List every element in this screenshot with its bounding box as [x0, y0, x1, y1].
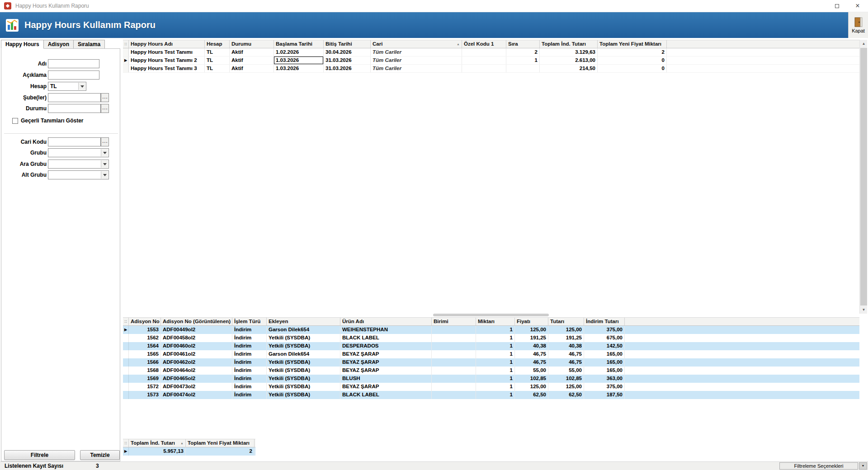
column-header-toplam-yeni-fiyat-miktari[interactable]: Toplam Yeni Fiyat Miktarı — [186, 439, 255, 447]
column-header-fiyati[interactable]: Fiyatı — [515, 318, 548, 325]
cell[interactable]: 2 — [506, 48, 540, 56]
cell[interactable]: İndirim — [232, 358, 267, 367]
cell[interactable]: BEYAZ ŞARAP — [340, 367, 432, 375]
cell[interactable]: 1 — [476, 383, 515, 391]
cell[interactable]: 125,00 — [548, 326, 584, 334]
cell[interactable]: Tüm Cariler — [371, 56, 462, 64]
cell[interactable]: ADF00474ol2 — [161, 391, 232, 399]
cell[interactable]: 1 — [476, 367, 515, 375]
cell[interactable] — [432, 391, 476, 399]
cell[interactable] — [462, 56, 506, 64]
cell[interactable]: ADF00461ol2 — [161, 350, 232, 358]
cell[interactable] — [462, 65, 506, 72]
cell[interactable]: 125,00 — [515, 326, 548, 334]
cell[interactable]: 102,85 — [548, 375, 584, 383]
cell[interactable]: Yetkili (SYSDBA) — [267, 375, 340, 383]
table-row[interactable]: 1573ADF00474ol2İndirimYetkili (SYSDBA)BL… — [123, 391, 859, 399]
column-header-sira[interactable]: Sıra — [506, 40, 540, 48]
cell[interactable]: BEYAZ ŞARAP — [340, 350, 432, 358]
cell[interactable] — [432, 334, 476, 342]
column-header-tutari[interactable]: Tutarı — [548, 318, 584, 325]
cell[interactable]: 214,50 — [540, 65, 598, 72]
cell[interactable]: BEYAZ ŞARAP — [340, 358, 432, 367]
cell[interactable]: 102,85 — [515, 375, 548, 383]
cell[interactable]: 1.02.2026 — [274, 48, 324, 56]
aciklama-input[interactable] — [48, 70, 99, 80]
table-row[interactable]: Happy Hours Test TanımıTLAktif1.02.20263… — [123, 48, 859, 56]
cell[interactable]: Happy Hours Test Tanımı — [129, 48, 205, 56]
cell[interactable]: 375,00 — [584, 326, 625, 334]
cell[interactable]: 30.04.2026 — [324, 48, 371, 56]
tab-adisyon[interactable]: Adisyon — [43, 40, 74, 49]
cell[interactable]: 1 — [476, 342, 515, 350]
cell[interactable]: 1562 — [129, 334, 161, 342]
gecerli-checkbox[interactable] — [12, 118, 18, 124]
cell[interactable]: 1.03.2026 — [274, 65, 324, 72]
cell[interactable]: ADF00460ol2 — [161, 342, 232, 350]
cell[interactable]: ADF00449ol2 — [161, 326, 232, 334]
cell[interactable]: 675,00 — [584, 334, 625, 342]
cell[interactable]: 31.03.2026 — [324, 56, 371, 64]
cell[interactable]: 165,00 — [584, 350, 625, 358]
cell[interactable]: 1.03.2026 — [274, 56, 324, 64]
adi-input[interactable] — [48, 59, 99, 68]
cell[interactable]: Tüm Cariler — [371, 48, 462, 56]
scroll-up-icon[interactable]: ▲ — [860, 40, 868, 47]
cell[interactable]: 46,75 — [515, 350, 548, 358]
cell[interactable]: 1 — [476, 358, 515, 367]
table-row[interactable]: ▶Happy Hours Test Tanımı 2TLAktif1.03.20… — [123, 56, 859, 65]
cell[interactable]: Yetkili (SYSDBA) — [267, 383, 340, 391]
cell[interactable] — [432, 375, 476, 383]
cell[interactable]: ADF00464ol2 — [161, 367, 232, 375]
cell[interactable]: İndirim — [232, 326, 267, 334]
cell[interactable]: 1564 — [129, 342, 161, 350]
cell[interactable]: 1 — [476, 375, 515, 383]
durumu-browse-button[interactable]: … — [101, 104, 109, 113]
cell[interactable]: TL — [205, 48, 230, 56]
cell[interactable]: 125,00 — [515, 383, 548, 391]
cell[interactable]: 187,50 — [584, 391, 625, 399]
cell[interactable]: 1 — [476, 334, 515, 342]
column-header-urun-adi[interactable]: Ürün Adı — [340, 318, 432, 325]
column-header-ekleyen[interactable]: Ekleyen — [267, 318, 340, 325]
column-header-adisyon-no[interactable]: Adisyon No — [129, 318, 161, 325]
cell[interactable]: 165,00 — [584, 367, 625, 375]
cell[interactable]: 0 — [598, 56, 667, 64]
cari-kodu-browse-button[interactable]: … — [101, 137, 109, 146]
cell[interactable] — [506, 65, 540, 72]
cell[interactable]: 165,00 — [584, 358, 625, 367]
column-header-toplam-ind-tutari[interactable]: Toplam İnd. Tutarı — [540, 40, 598, 48]
cell[interactable]: ADF00462ol2 — [161, 358, 232, 367]
cell[interactable]: 1 — [476, 326, 515, 334]
cell[interactable]: 125,00 — [548, 383, 584, 391]
cell[interactable] — [432, 367, 476, 375]
vertical-scrollbar[interactable]: ▲ ▼ — [859, 40, 867, 314]
cell[interactable]: 1 — [476, 350, 515, 358]
table-row[interactable]: 1568ADF00464ol2İndirimYetkili (SYSDBA)BE… — [123, 367, 859, 375]
cell[interactable]: 55,00 — [515, 367, 548, 375]
cell[interactable]: 1573 — [129, 391, 161, 399]
cell[interactable]: Aktif — [230, 56, 274, 64]
cell[interactable]: 62,50 — [515, 391, 548, 399]
cell[interactable]: 2 — [186, 447, 255, 456]
ara-grubu-select[interactable] — [48, 160, 109, 169]
cell[interactable]: DESPERADOS — [340, 342, 432, 350]
column-header-happy-hours-adi[interactable]: Happy Hours Adı — [129, 40, 205, 48]
column-header-cari[interactable]: Cari ▲ — [371, 40, 462, 48]
cell[interactable]: İndirim — [232, 383, 267, 391]
column-header-durumu[interactable]: Durumu — [230, 40, 274, 48]
cell[interactable]: İndirim — [232, 375, 267, 383]
cell[interactable]: BLACK LABEL — [340, 334, 432, 342]
cell[interactable]: 31.03.2026 — [324, 65, 371, 72]
maximize-button[interactable] — [826, 0, 847, 12]
cell[interactable]: 5.957,13 — [129, 447, 186, 456]
cell[interactable]: 1568 — [129, 367, 161, 375]
cell[interactable]: Garson Dilek654 — [267, 350, 340, 358]
cell[interactable]: 1553 — [129, 326, 161, 334]
cell[interactable]: 1565 — [129, 350, 161, 358]
cell[interactable]: 0 — [598, 65, 667, 72]
table-row[interactable]: 1562ADF00458ol2İndirimYetkili (SYSDBA)BL… — [123, 334, 859, 342]
cell[interactable]: 191,25 — [548, 334, 584, 342]
cell[interactable]: 142,50 — [584, 342, 625, 350]
cell[interactable]: Yetkili (SYSDBA) — [267, 358, 340, 367]
